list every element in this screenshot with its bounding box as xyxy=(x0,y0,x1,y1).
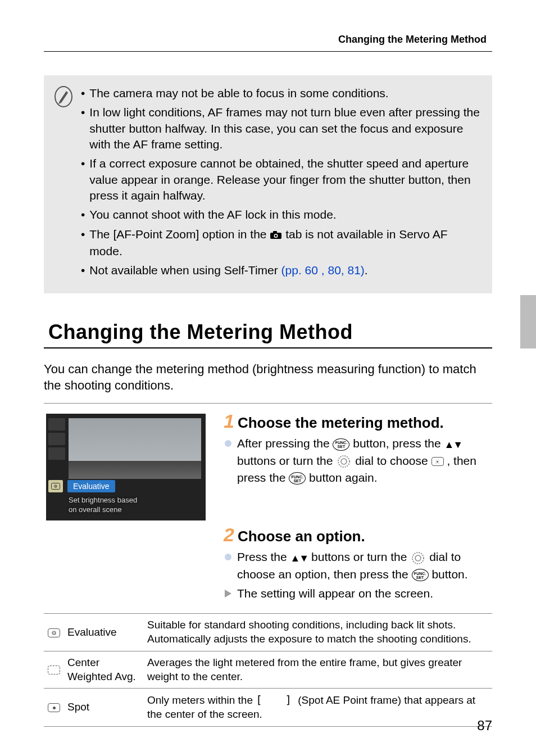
mode-icon-cell xyxy=(44,689,64,726)
section-title: Changing the Metering Method xyxy=(44,319,492,346)
table-row: Spot Only meters within the [ ] (Spot AE… xyxy=(44,689,492,726)
svg-point-13 xyxy=(53,632,54,633)
evaluative-metering-icon xyxy=(48,628,60,637)
step-instruction: After pressing the FUNC.SET button, pres… xyxy=(224,435,492,486)
mode-name-cell: Center Weighted Avg. xyxy=(64,651,144,688)
page-reference-link[interactable]: (pp. 60 , 80, 81) xyxy=(281,264,365,277)
control-dial-icon xyxy=(411,551,425,565)
step-2-body: 2 Choose an option. Press the ▲▼ buttons… xyxy=(224,525,492,604)
svg-rect-2 xyxy=(273,231,277,233)
mode-name-cell: Evaluative xyxy=(64,614,144,651)
step-number: 1 xyxy=(224,411,234,431)
svg-point-11 xyxy=(415,555,421,561)
pencil-note-icon xyxy=(54,85,73,282)
step-1-row: Evaluative Set brightness based on overa… xyxy=(44,411,492,520)
mode-desc-cell: Averages the light metered from the enti… xyxy=(144,651,492,688)
up-down-arrow-icon: ▲▼ xyxy=(444,437,462,452)
spot-metering-icon xyxy=(48,703,60,712)
section-title-rule xyxy=(44,347,492,348)
section-title-wrap: Changing the Metering Method xyxy=(44,319,492,348)
side-tab xyxy=(520,295,536,348)
screenshot-subtext: Set brightness based xyxy=(69,496,137,505)
control-dial-icon xyxy=(337,455,351,468)
table-row: Center Weighted Avg. Averages the light … xyxy=(44,651,492,688)
note-text: . xyxy=(365,264,368,277)
screenshot-subtext: on overall scene xyxy=(69,505,137,515)
mode-icon-cell xyxy=(44,614,64,651)
svg-point-4 xyxy=(275,234,277,237)
table-row: Evaluative Suitable for standard shootin… xyxy=(44,614,492,651)
func-set-button-icon: FUNC.SET xyxy=(333,438,349,451)
step-instruction: Press the ▲▼ buttons or turn the dial to… xyxy=(224,549,492,583)
svg-point-9 xyxy=(341,459,347,464)
note-item: The camera may not be able to focus in s… xyxy=(81,85,480,101)
mode-desc-cell: Only meters within the [ ] (Spot AE Poin… xyxy=(144,689,492,726)
svg-point-7 xyxy=(55,486,56,487)
intro-text: You can change the metering method (brig… xyxy=(44,361,492,394)
head-rule xyxy=(44,51,492,52)
mode-icon-cell xyxy=(44,651,64,688)
step-result: The setting will appear on the screen. xyxy=(224,585,492,602)
step-2-row: 2 Choose an option. Press the ▲▼ buttons… xyxy=(44,525,492,604)
func-set-button-icon: FUNC.SET xyxy=(289,472,306,485)
note-item: If a correct exposure cannot be obtained… xyxy=(81,156,480,203)
note-item: You cannot shoot with the AF lock in thi… xyxy=(81,207,480,223)
mode-name-cell: Spot xyxy=(64,689,144,726)
page-content: Changing the Metering Method The camera … xyxy=(0,0,536,727)
up-down-arrow-icon: ▲▼ xyxy=(290,551,308,565)
svg-point-8 xyxy=(338,456,349,467)
note-text: The [AF-Point Zoom] option in the xyxy=(89,228,270,241)
center-weighted-icon xyxy=(48,666,60,674)
screenshot-selected-label: Evaluative xyxy=(67,480,115,492)
camera-icon xyxy=(270,228,282,243)
metering-modes-table: Evaluative Suitable for standard shootin… xyxy=(44,613,492,726)
mode-desc-cell: Suitable for standard shooting condition… xyxy=(144,614,492,651)
note-box: The camera may not be able to focus in s… xyxy=(44,75,492,293)
note-text: Not available when using Self-Timer xyxy=(89,264,281,277)
running-head: Changing the Metering Method xyxy=(44,34,492,46)
func-set-button-icon: FUNC.SET xyxy=(412,569,429,581)
note-list: The camera may not be able to focus in s… xyxy=(81,85,480,282)
spot-frame-icon: [ ] xyxy=(256,693,295,707)
intro-rule xyxy=(44,403,492,404)
step-number: 2 xyxy=(224,525,234,544)
note-item: The [AF-Point Zoom] option in the tab is… xyxy=(81,227,480,260)
page-number: 87 xyxy=(477,718,492,734)
evaluative-icon xyxy=(48,480,63,492)
step-title: Choose the metering method. xyxy=(238,414,444,432)
step-title: Choose an option. xyxy=(238,528,365,545)
note-item: Not available when using Self-Timer (pp.… xyxy=(81,262,480,278)
note-item: In low light conditions, AF frames may n… xyxy=(81,105,480,152)
camera-screenshot: Evaluative Set brightness based on overa… xyxy=(46,414,206,520)
svg-point-10 xyxy=(412,553,424,564)
step-1-body: 1 Choose the metering method. After pres… xyxy=(224,411,492,520)
evaluative-metering-icon xyxy=(431,457,444,466)
